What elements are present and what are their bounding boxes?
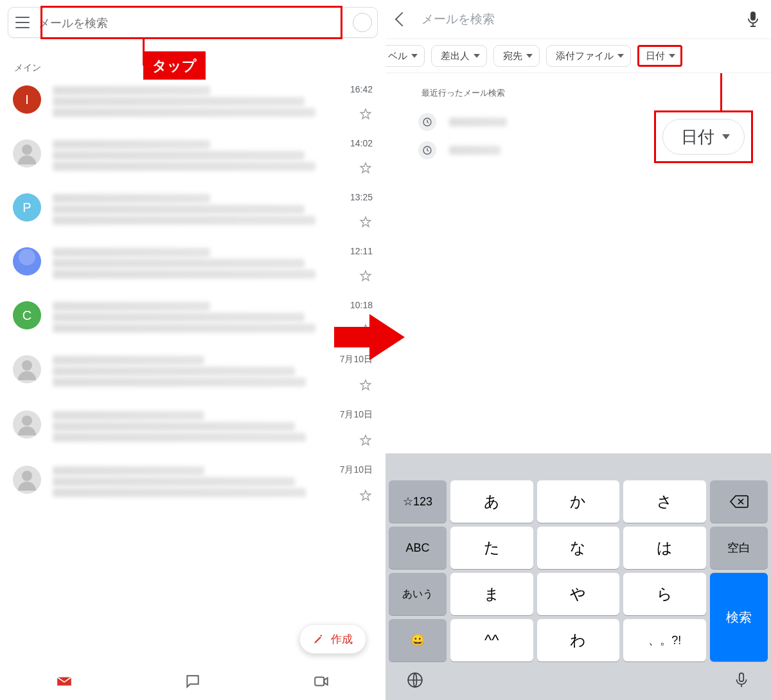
filter-chips-row[interactable]: ベル差出人宛先添付ファイル日付: [386, 39, 771, 73]
meet-tab-icon[interactable]: [313, 673, 330, 690]
mail-preview: [53, 464, 328, 503]
key[interactable]: ま: [450, 573, 533, 615]
star-icon[interactable]: [359, 378, 373, 392]
chip-label: 差出人: [441, 50, 470, 62]
chevron-down-icon: [526, 54, 533, 58]
key[interactable]: さ: [623, 480, 706, 523]
gmail-inbox-screen: メールを検索 タップ メイン I16:4214:02P13:2512:11C10…: [0, 0, 386, 700]
mail-meta: 7月10日: [340, 409, 373, 448]
svg-rect-0: [315, 678, 324, 686]
sender-avatar[interactable]: [13, 466, 41, 494]
keyboard-grid: ☆123あかさABCたなは空白あいうまやら検索😀^^わ、。?!: [389, 480, 768, 661]
microphone-icon[interactable]: [747, 11, 759, 28]
chip-label: 日付: [646, 50, 665, 62]
search-bar[interactable]: メールを検索: [8, 7, 378, 38]
annotation-connector: [720, 73, 722, 112]
key[interactable]: ABC: [389, 527, 447, 569]
back-icon[interactable]: [395, 12, 410, 27]
mail-row[interactable]: 7月10日: [0, 346, 386, 401]
key[interactable]: た: [450, 527, 533, 569]
filter-chip[interactable]: 添付ファイル: [546, 45, 631, 67]
filter-chip[interactable]: 日付: [637, 45, 682, 67]
star-icon[interactable]: [359, 215, 373, 229]
mail-meta: 13:25: [350, 192, 373, 229]
mail-preview: [53, 409, 328, 448]
mail-time: 16:42: [350, 84, 373, 94]
search-header: メールを検索: [386, 0, 771, 39]
mail-row[interactable]: C10:18: [0, 292, 386, 346]
mail-time: 12:11: [350, 246, 373, 256]
history-icon: [418, 141, 436, 159]
key-search[interactable]: 検索: [710, 573, 768, 661]
dictation-icon[interactable]: [733, 672, 750, 688]
mail-time: 10:18: [350, 300, 373, 310]
mail-preview: [53, 84, 339, 121]
mail-preview: [53, 138, 339, 175]
mail-row[interactable]: I16:42: [0, 76, 386, 130]
mail-time: 7月10日: [340, 409, 373, 421]
key[interactable]: 、。?!: [623, 619, 706, 661]
key[interactable]: あいう: [389, 573, 447, 615]
gmail-search-screen: メールを検索 ベル差出人宛先添付ファイル日付 最近行ったメール検索 日付 ☆12…: [386, 0, 771, 700]
sender-avatar[interactable]: [13, 247, 41, 276]
mail-tab-icon[interactable]: [56, 673, 73, 690]
mail-row[interactable]: 7月10日: [0, 457, 386, 512]
key[interactable]: ら: [623, 573, 706, 615]
key[interactable]: や: [537, 573, 620, 615]
search-placeholder: メールを検索: [39, 14, 344, 31]
search-placeholder: メールを検索: [421, 11, 732, 28]
key[interactable]: ^^: [450, 619, 533, 661]
mail-preview: [53, 354, 328, 392]
key[interactable]: ☆123: [389, 480, 447, 523]
mail-meta: 14:02: [350, 138, 373, 175]
key[interactable]: あ: [450, 480, 533, 523]
mail-row[interactable]: 7月10日: [0, 401, 386, 457]
star-icon[interactable]: [359, 107, 373, 121]
filter-chip[interactable]: 差出人: [431, 45, 487, 67]
annotation-zoom-box: 日付: [654, 110, 753, 163]
filter-chip[interactable]: 宛先: [493, 45, 540, 67]
key-space[interactable]: 空白: [710, 527, 768, 569]
mail-time: 13:25: [350, 192, 373, 202]
profile-avatar[interactable]: [353, 13, 372, 32]
sender-avatar[interactable]: C: [13, 301, 41, 329]
key-emoji[interactable]: 😀: [389, 619, 447, 661]
blurred-text: [449, 118, 507, 127]
keyboard-suggestion-bar: [389, 457, 768, 480]
software-keyboard: ☆123あかさABCたなは空白あいうまやら検索😀^^わ、。?!: [386, 453, 771, 700]
mail-preview: [53, 246, 339, 283]
key[interactable]: わ: [537, 619, 620, 661]
mail-meta: 16:42: [350, 84, 373, 121]
key[interactable]: な: [537, 527, 620, 569]
mail-list[interactable]: I16:4214:02P13:2512:11C10:187月10日7月10日7月…: [0, 76, 386, 663]
key[interactable]: か: [537, 480, 620, 523]
sender-avatar[interactable]: [13, 139, 41, 168]
star-icon[interactable]: [359, 433, 373, 448]
sender-avatar[interactable]: [13, 410, 41, 439]
sender-avatar[interactable]: P: [13, 193, 41, 222]
mail-row[interactable]: 14:02: [0, 130, 386, 184]
filter-chip[interactable]: ベル: [386, 45, 425, 67]
star-icon[interactable]: [359, 489, 373, 503]
star-icon[interactable]: [359, 161, 373, 175]
mail-row[interactable]: P13:25: [0, 184, 386, 238]
star-icon[interactable]: [359, 269, 373, 283]
hamburger-icon[interactable]: [15, 17, 30, 28]
mail-row[interactable]: 12:11: [0, 238, 386, 292]
svg-rect-5: [740, 673, 744, 681]
mail-time: 14:02: [350, 138, 373, 148]
globe-icon[interactable]: [407, 672, 423, 688]
chat-tab-icon[interactable]: [184, 673, 201, 690]
compose-button[interactable]: 作成: [299, 624, 366, 654]
key-backspace[interactable]: [710, 480, 768, 523]
chevron-down-icon: [474, 54, 480, 58]
mail-preview: [53, 192, 339, 229]
sender-avatar[interactable]: [13, 355, 41, 383]
zoom-chip-label: 日付: [681, 126, 714, 148]
sender-avatar[interactable]: I: [13, 85, 41, 114]
chevron-down-icon: [617, 54, 624, 58]
bottom-nav: [0, 663, 386, 700]
mail-time: 7月10日: [340, 464, 373, 476]
keyboard-bottom-row: [389, 661, 768, 695]
key[interactable]: は: [623, 527, 706, 569]
